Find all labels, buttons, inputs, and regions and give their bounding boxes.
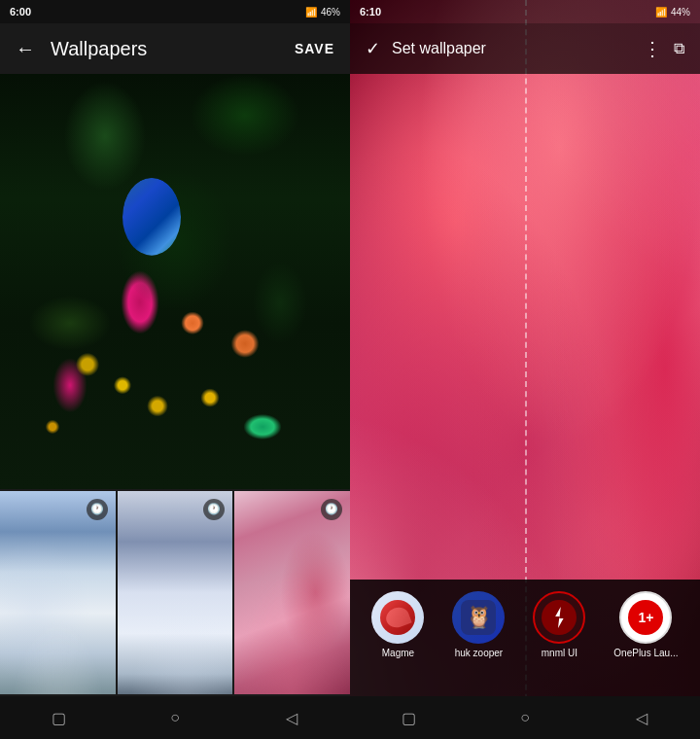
clock-badge-3: 🕐 bbox=[321, 499, 342, 520]
bird-decoration bbox=[122, 178, 181, 256]
status-bar-right: 6:10 📶 44% bbox=[350, 0, 700, 23]
app-item-oneplus[interactable]: 1+ OnePlus Lau... bbox=[613, 591, 678, 658]
right-status-icons: 📶 44% bbox=[655, 7, 690, 18]
app-icons-row: Magme 🦉 huk zooper mnml UI 1+ bbox=[358, 591, 692, 688]
nav-square-left[interactable]: ▢ bbox=[45, 704, 72, 731]
layout-button[interactable]: ⧉ bbox=[674, 40, 684, 57]
status-bar-left: 6:00 📶 46% bbox=[0, 0, 350, 23]
nav-home-right[interactable]: ○ bbox=[511, 704, 539, 731]
right-signal-icon: 📶 bbox=[655, 7, 667, 18]
bottom-grid: 🕐 🕐 🕐 bbox=[0, 489, 350, 696]
mnml-logo bbox=[542, 600, 577, 635]
nav-bar-right: ▢ ○ ◁ bbox=[350, 696, 700, 739]
right-time: 6:10 bbox=[360, 6, 381, 18]
wallpaper-grid-item-2[interactable]: 🕐 bbox=[118, 491, 233, 694]
left-panel: 6:00 📶 46% ← Wallpapers SAVE 🕐 bbox=[0, 0, 350, 739]
wallpaper-grid: 🕐 🕐 🕐 bbox=[0, 74, 350, 696]
mnml-bolt-icon bbox=[552, 607, 566, 628]
wallpaper-grid-item-3[interactable]: 🕐 bbox=[234, 491, 350, 694]
mnml-label: mnml UI bbox=[542, 648, 578, 658]
clock-badge-2: 🕐 bbox=[203, 499, 225, 520]
huk-label: huk zooper bbox=[455, 648, 503, 658]
huk-icon: 🦉 bbox=[452, 591, 505, 644]
app-dock: Magme 🦉 huk zooper mnml UI 1+ bbox=[350, 580, 700, 696]
nav-home-left[interactable]: ○ bbox=[161, 704, 189, 731]
magme-logo bbox=[380, 600, 415, 635]
clock-badge-1: 🕐 bbox=[87, 499, 108, 520]
magme-label: Magme bbox=[382, 648, 414, 658]
huk-logo: 🦉 bbox=[461, 600, 496, 635]
nav-bar-left: ▢ ○ ◁ bbox=[0, 696, 350, 739]
nav-back-right[interactable]: ◁ bbox=[628, 704, 655, 731]
oneplus-label: OnePlus Lau... bbox=[613, 648, 678, 658]
nav-square-right[interactable]: ▢ bbox=[395, 704, 422, 731]
right-battery-icon: 44% bbox=[671, 7, 690, 18]
right-panel: 6:10 📶 44% ✓ Set wallpaper ⋮ ⧉ Magme 🦉 bbox=[350, 0, 700, 739]
toolbar-right: ✓ Set wallpaper ⋮ ⧉ bbox=[350, 23, 700, 74]
app-item-magme[interactable]: Magme bbox=[371, 591, 424, 658]
grid-item-3-overlay bbox=[234, 491, 350, 694]
jungle-wallpaper bbox=[0, 74, 350, 489]
magme-icon bbox=[371, 591, 424, 644]
toolbar-left: ← Wallpapers SAVE bbox=[0, 23, 350, 74]
wallpapers-title: Wallpapers bbox=[51, 38, 295, 60]
left-time: 6:00 bbox=[10, 6, 31, 18]
mnml-icon-container bbox=[533, 591, 585, 644]
grid-item-1-overlay bbox=[0, 491, 116, 694]
grid-item-2-overlay bbox=[118, 491, 233, 694]
back-button[interactable]: ← bbox=[16, 38, 35, 60]
top-wallpaper[interactable] bbox=[0, 74, 350, 489]
left-battery-icon: 46% bbox=[321, 7, 340, 18]
confirm-button[interactable]: ✓ bbox=[366, 38, 380, 59]
save-button[interactable]: SAVE bbox=[295, 41, 334, 56]
left-signal-icon: 📶 bbox=[305, 7, 317, 18]
wallpaper-grid-item-1[interactable]: 🕐 bbox=[0, 491, 116, 694]
app-item-mnml[interactable]: mnml UI bbox=[533, 591, 585, 658]
oneplus-logo: 1+ bbox=[628, 600, 663, 635]
nav-back-left[interactable]: ◁ bbox=[278, 704, 305, 731]
set-wallpaper-title: Set wallpaper bbox=[392, 40, 643, 57]
more-options-button[interactable]: ⋮ bbox=[643, 37, 662, 60]
app-item-huk[interactable]: 🦉 huk zooper bbox=[452, 591, 505, 658]
left-status-icons: 📶 46% bbox=[305, 7, 340, 18]
oneplus-icon-container: 1+ bbox=[619, 591, 672, 644]
jungle-bg bbox=[0, 74, 350, 489]
